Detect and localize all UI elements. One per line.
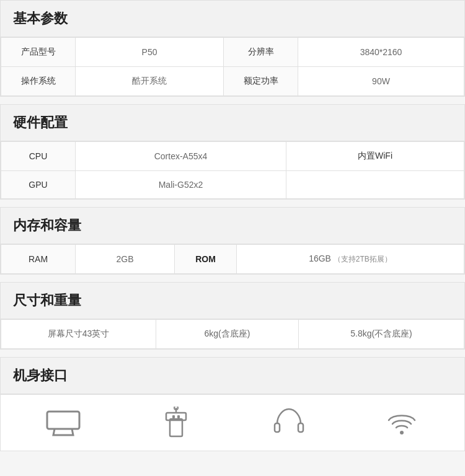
value-weight-with-base: 6kg(含底座) <box>156 320 299 349</box>
value-ram: 2GB <box>76 245 175 274</box>
value-wifi: 内置WiFi <box>286 142 464 171</box>
label-cpu: CPU <box>1 142 76 171</box>
value-product-model: P50 <box>76 38 224 67</box>
label-ram: RAM <box>1 245 76 274</box>
value-gpu-extra <box>286 171 464 199</box>
value-os: 酷开系统 <box>76 67 224 96</box>
table-row: GPU Mali-G52x2 <box>1 171 464 199</box>
label-os: 操作系统 <box>1 67 76 96</box>
label-gpu: GPU <box>1 171 76 199</box>
svg-rect-6 <box>177 415 180 418</box>
basic-params-section: 基本参数 产品型号 P50 分辨率 3840*2160 操作系统 酷开系统 额定… <box>0 0 465 97</box>
dimensions-header: 尺寸和重量 <box>1 283 464 319</box>
value-rom: 16GB （支持2TB拓展） <box>237 245 464 274</box>
port-wifi <box>383 407 420 438</box>
svg-rect-8 <box>298 423 303 432</box>
port-headphone <box>270 407 308 438</box>
basic-params-header: 基本参数 <box>1 1 464 37</box>
value-resolution: 3840*2160 <box>298 38 464 67</box>
dimensions-section: 尺寸和重量 屏幕尺寸43英寸 6kg(含底座) 5.8kg(不含底座) <box>0 282 465 350</box>
label-rom: ROM <box>175 245 237 274</box>
table-row: 操作系统 酷开系统 额定功率 90W <box>1 67 464 96</box>
memory-table: RAM 2GB ROM 16GB （支持2TB拓展） <box>1 244 464 274</box>
value-gpu: Mali-G52x2 <box>76 171 286 199</box>
ports-section: 机身接口 <box>0 357 465 451</box>
hardware-table: CPU Cortex-A55x4 内置WiFi GPU Mali-G52x2 <box>1 141 464 199</box>
svg-rect-1 <box>170 419 182 436</box>
wifi-svg <box>384 407 420 439</box>
label-resolution: 分辨率 <box>224 38 298 67</box>
memory-section: 内存和容量 RAM 2GB ROM 16GB （支持2TB拓展） <box>0 207 465 275</box>
value-cpu: Cortex-A55x4 <box>76 142 286 171</box>
table-row: 产品型号 P50 分辨率 3840*2160 <box>1 38 464 67</box>
port-hdmi <box>45 407 82 438</box>
value-weight-without-base: 5.8kg(不含底座) <box>299 320 464 349</box>
table-row: 屏幕尺寸43英寸 6kg(含底座) 5.8kg(不含底座) <box>1 320 464 349</box>
basic-params-table: 产品型号 P50 分辨率 3840*2160 操作系统 酷开系统 额定功率 90… <box>1 37 464 96</box>
hdmi-svg <box>45 408 82 438</box>
table-row: CPU Cortex-A55x4 内置WiFi <box>1 142 464 171</box>
hardware-section: 硬件配置 CPU Cortex-A55x4 内置WiFi GPU Mali-G5… <box>0 104 465 200</box>
svg-rect-0 <box>47 412 79 429</box>
ports-title: 机身接口 <box>13 368 68 383</box>
ports-icons-row <box>1 394 464 451</box>
svg-point-9 <box>400 431 404 434</box>
headphone-svg <box>271 407 307 439</box>
value-power: 90W <box>298 67 464 96</box>
dimensions-table: 屏幕尺寸43英寸 6kg(含底座) 5.8kg(不含底座) <box>1 319 464 349</box>
basic-params-title: 基本参数 <box>13 11 68 26</box>
hardware-header: 硬件配置 <box>1 105 464 141</box>
hardware-title: 硬件配置 <box>13 115 68 130</box>
port-usb <box>157 407 195 438</box>
headphone-icon <box>270 407 308 438</box>
wifi-icon <box>383 407 420 438</box>
memory-header: 内存和容量 <box>1 208 464 244</box>
svg-rect-7 <box>275 423 280 432</box>
label-power: 额定功率 <box>224 67 298 96</box>
usb-svg <box>157 407 195 439</box>
hdmi-icon <box>45 407 82 438</box>
label-product-model: 产品型号 <box>1 38 76 67</box>
value-screen-size: 屏幕尺寸43英寸 <box>1 320 156 349</box>
usb-icon <box>157 407 195 438</box>
memory-title: 内存和容量 <box>13 218 81 233</box>
table-row: RAM 2GB ROM 16GB （支持2TB拓展） <box>1 245 464 274</box>
svg-rect-5 <box>172 415 175 418</box>
dimensions-title: 尺寸和重量 <box>13 293 81 308</box>
ports-header: 机身接口 <box>1 358 464 394</box>
